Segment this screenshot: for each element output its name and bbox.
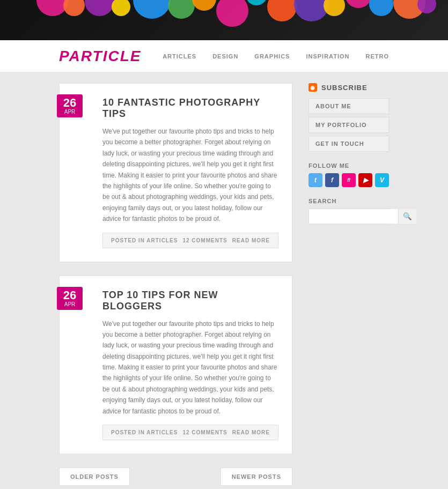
nav-retro[interactable]: RETRO: [366, 53, 390, 60]
post-1-title[interactable]: 10 FANTASTIC PHOTOGRAPHY TIPS: [102, 97, 278, 120]
post-2-title[interactable]: TOP 10 TIPS FOR NEW BLOGGERS: [102, 290, 278, 312]
post-1-read-more[interactable]: READ MORE: [232, 238, 270, 243]
bubble: [369, 0, 393, 16]
nav-inspiration[interactable]: INSPIRATION: [306, 53, 349, 60]
my-portfolio-button[interactable]: MY PORTFOLIO: [309, 117, 389, 133]
pagination: OLDER POSTS NEWER POSTS: [59, 468, 292, 486]
post-2: 26 APR TOP 10 TIPS FOR NEW BLOGGERS We'v…: [59, 276, 292, 455]
search-title: SEARCH: [309, 198, 389, 204]
get-in-touch-button[interactable]: GET IN TOUCH: [309, 136, 389, 152]
site-title: PARTICLE: [59, 48, 141, 65]
post-1-category: POSTED IN ARTICLES: [111, 238, 178, 243]
post-2-day: 26: [57, 290, 83, 301]
search-input[interactable]: [309, 209, 398, 224]
post-2-content: TOP 10 TIPS FOR NEW BLOGGERS We've put t…: [102, 290, 278, 441]
bubble: [63, 0, 85, 16]
post-2-month: APR: [57, 301, 83, 307]
sidebar-follow-section: FOLLOW ME t f fl ▶ V: [309, 162, 389, 187]
nav-design[interactable]: DESIGN: [212, 53, 238, 60]
bubble: [345, 0, 372, 8]
post-2-comments[interactable]: 12 COMMENTS: [182, 429, 227, 435]
rss-icon: ◉: [309, 83, 317, 92]
search-button[interactable]: 🔍: [398, 209, 416, 224]
bubble: [85, 0, 114, 16]
bubble: [112, 0, 130, 16]
sidebar-search-section: SEARCH 🔍: [309, 198, 389, 224]
bubble: [216, 0, 248, 27]
post-2-excerpt: We've put together our favourite photo t…: [102, 318, 278, 417]
post-1-content: 10 FANTASTIC PHOTOGRAPHY TIPS We've put …: [102, 97, 278, 248]
newer-posts-button[interactable]: NEWER POSTS: [221, 468, 292, 486]
sidebar-subscribe-title: ◉ SUBSCRIBE: [309, 83, 389, 92]
youtube-icon[interactable]: ▶: [358, 173, 372, 187]
sidebar-subscribe-section: ◉ SUBSCRIBE ABOUT ME MY PORTFOLIO GET IN…: [309, 83, 389, 152]
sidebar: ◉ SUBSCRIBE ABOUT ME MY PORTFOLIO GET IN…: [309, 83, 389, 486]
post-1-day: 26: [57, 97, 83, 109]
post-1-month: APR: [57, 109, 83, 115]
post-1-footer: POSTED IN ARTICLES 12 COMMENTS READ MORE: [102, 233, 278, 248]
header-banner: [0, 0, 448, 40]
bubble: [168, 0, 195, 19]
older-posts-button[interactable]: OLDER POSTS: [59, 468, 130, 486]
search-box: 🔍: [309, 209, 389, 224]
social-icons: t f fl ▶ V: [309, 173, 389, 187]
page-wrapper: 26 APR 10 FANTASTIC PHOTOGRAPHY TIPS We'…: [0, 72, 448, 489]
site-header: PARTICLE ARTICLES DESIGN GRAPHICS INSPIR…: [0, 40, 448, 72]
flickr-icon[interactable]: fl: [342, 173, 356, 187]
bubble: [133, 0, 171, 19]
bubble: [246, 0, 267, 5]
twitter-icon[interactable]: t: [309, 173, 322, 187]
post-2-read-more[interactable]: READ MORE: [232, 429, 270, 435]
bubble: [267, 0, 297, 21]
post-1-date-badge: 26 APR: [57, 94, 83, 117]
main-nav: ARTICLES DESIGN GRAPHICS INSPIRATION RET…: [163, 53, 389, 60]
about-me-button[interactable]: ABOUT ME: [309, 98, 389, 114]
nav-graphics[interactable]: GRAPHICS: [254, 53, 290, 60]
post-1-excerpt: We've put together our favourite photo t…: [102, 126, 278, 225]
post-1: 26 APR 10 FANTASTIC PHOTOGRAPHY TIPS We'…: [59, 83, 292, 262]
bubbles-decoration: [10, 0, 439, 40]
post-1-comments[interactable]: 12 COMMENTS: [182, 238, 227, 243]
post-2-footer: POSTED IN ARTICLES 12 COMMENTS READ MORE: [102, 425, 278, 440]
vimeo-icon[interactable]: V: [375, 173, 389, 187]
main-content: 26 APR 10 FANTASTIC PHOTOGRAPHY TIPS We'…: [59, 83, 292, 486]
bubble: [192, 0, 216, 11]
post-2-category: POSTED IN ARTICLES: [111, 429, 178, 435]
facebook-icon[interactable]: f: [325, 173, 339, 187]
follow-me-title: FOLLOW ME: [309, 162, 389, 169]
post-2-date-badge: 26 APR: [57, 287, 83, 310]
bubble: [324, 0, 345, 16]
nav-articles[interactable]: ARTICLES: [163, 53, 196, 60]
